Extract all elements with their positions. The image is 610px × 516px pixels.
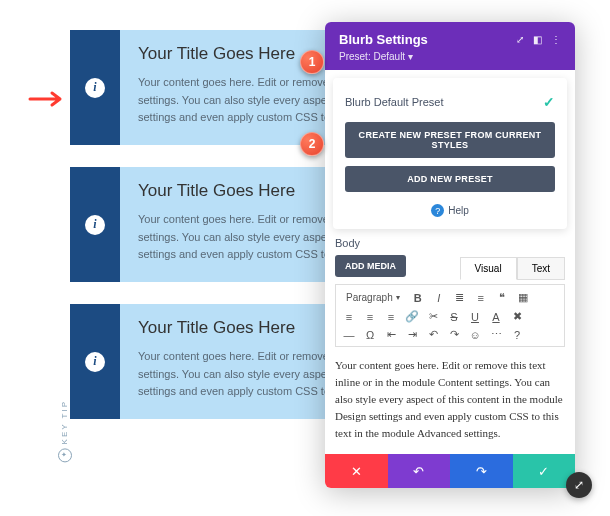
tab-text[interactable]: Text	[517, 257, 565, 280]
bold-icon[interactable]: B	[411, 292, 425, 304]
underline-icon[interactable]: U	[468, 311, 482, 323]
hr-icon[interactable]: —	[342, 329, 356, 341]
blurb-icon-strip: i	[70, 30, 120, 145]
expand-fab[interactable]: ⤢	[566, 472, 592, 498]
indent-icon[interactable]: ⇥	[405, 328, 419, 341]
add-media-button[interactable]: ADD MEDIA	[335, 255, 406, 277]
help-tool-icon[interactable]: ?	[510, 329, 524, 341]
settings-panel: Blurb Settings ⤢ ◧ ⋮ Preset: Default ▾ B…	[325, 22, 575, 488]
toggle-icon[interactable]: ▦	[516, 291, 530, 304]
help-icon: ?	[431, 204, 444, 217]
link-icon[interactable]: 🔗	[405, 310, 419, 323]
help-link[interactable]: ?Help	[345, 200, 555, 217]
check-icon: ✓	[543, 94, 555, 110]
quote-icon[interactable]: ❝	[495, 291, 509, 304]
blurb-icon-strip: i	[70, 304, 120, 419]
annotation-callout-2: 2	[300, 132, 324, 156]
strike-icon[interactable]: S	[447, 311, 461, 323]
cancel-button[interactable]: ✕	[325, 454, 388, 488]
ul-icon[interactable]: ≣	[453, 291, 467, 304]
snap-icon[interactable]: ◧	[533, 34, 542, 45]
key-tip-badge: ✦KEY TIP	[58, 400, 72, 462]
preset-option[interactable]: Blurb Default Preset ✓	[345, 90, 555, 122]
menu-icon[interactable]: ⋮	[551, 34, 561, 45]
undo-button[interactable]: ↶	[388, 454, 451, 488]
ol-icon[interactable]: ≡	[474, 292, 488, 304]
preset-name: Blurb Default Preset	[345, 96, 443, 108]
redo-button[interactable]: ↷	[450, 454, 513, 488]
preset-dropdown: Blurb Default Preset ✓ CREATE NEW PRESET…	[333, 78, 567, 229]
body-field-label: Body	[335, 237, 565, 249]
more-icon[interactable]: ⋯	[489, 328, 503, 341]
red-arrow-annotation	[28, 90, 64, 108]
align-center-icon[interactable]: ≡	[363, 311, 377, 323]
undo-icon[interactable]: ↶	[426, 328, 440, 341]
paragraph-select[interactable]: Paragraph	[342, 290, 404, 305]
info-icon: i	[85, 352, 105, 372]
panel-header[interactable]: Blurb Settings ⤢ ◧ ⋮ Preset: Default ▾	[325, 22, 575, 70]
italic-icon[interactable]: I	[432, 292, 446, 304]
info-icon: i	[85, 215, 105, 235]
editor-toolbar: Paragraph B I ≣ ≡ ❝ ▦ ≡ ≡ ≡ 🔗 ✂ S U A ✖ …	[335, 284, 565, 347]
align-right-icon[interactable]: ≡	[384, 311, 398, 323]
create-preset-button[interactable]: CREATE NEW PRESET FROM CURRENT STYLES	[345, 122, 555, 158]
tab-visual[interactable]: Visual	[460, 257, 517, 280]
color-icon[interactable]: A	[489, 311, 503, 323]
unlink-icon[interactable]: ✂	[426, 310, 440, 323]
expand-icon[interactable]: ⤢	[516, 34, 524, 45]
panel-footer: ✕ ↶ ↷ ✓	[325, 454, 575, 488]
emoji-icon[interactable]: ☺	[468, 329, 482, 341]
add-preset-button[interactable]: ADD NEW PRESET	[345, 166, 555, 192]
editor-content[interactable]: Your content goes here. Edit or remove t…	[325, 347, 575, 454]
char-icon[interactable]: Ω	[363, 329, 377, 341]
blurb-icon-strip: i	[70, 167, 120, 282]
outdent-icon[interactable]: ⇤	[384, 328, 398, 341]
annotation-callout-1: 1	[300, 50, 324, 74]
redo-icon[interactable]: ↷	[447, 328, 461, 341]
info-icon: i	[85, 78, 105, 98]
clear-icon[interactable]: ✖	[510, 310, 524, 323]
align-left-icon[interactable]: ≡	[342, 311, 356, 323]
panel-title: Blurb Settings	[339, 32, 428, 47]
preset-dropdown-trigger[interactable]: Preset: Default ▾	[339, 51, 561, 62]
